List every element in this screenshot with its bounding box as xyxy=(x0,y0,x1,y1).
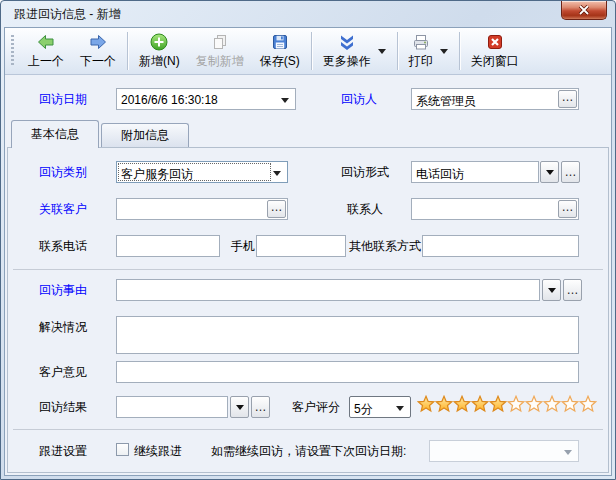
previous-button[interactable]: 上一个 xyxy=(21,30,71,72)
visitor-value: 系统管理员 xyxy=(416,93,476,110)
tab-panel xyxy=(7,147,609,473)
print-button-label: 打印 xyxy=(409,53,433,70)
new-button-label: 新增(N) xyxy=(139,53,180,70)
related-customer-label: 关联客户 xyxy=(39,202,87,216)
copy-icon xyxy=(210,32,230,52)
dialog-window: 跟进回访信息 - 新增 上一个 xyxy=(0,0,616,480)
star-empty-icon[interactable] xyxy=(543,395,561,413)
visit-date-value: 2016/6/6 16:30:18 xyxy=(121,93,218,107)
customer-rating-value: 5分 xyxy=(354,401,373,418)
chevron-down-icon xyxy=(548,288,556,293)
visit-form-dropdown-button[interactable] xyxy=(540,161,559,183)
contact-label: 联系人 xyxy=(347,202,383,216)
chevron-down-icon xyxy=(440,49,448,54)
customer-rating-combo[interactable]: 5分 xyxy=(349,396,411,418)
visit-result-field[interactable] xyxy=(116,396,228,418)
related-customer-lookup-button[interactable]: … xyxy=(267,200,286,218)
other-contact-field[interactable] xyxy=(422,235,579,257)
continue-followup-label: 继续跟进 xyxy=(134,444,182,458)
phone-label: 联系电话 xyxy=(39,239,87,253)
visit-result-lookup-button[interactable]: … xyxy=(251,396,270,418)
related-customer-field[interactable]: … xyxy=(116,198,288,220)
tab-additional-info[interactable]: 附加信息 xyxy=(101,123,189,147)
toolbar-separator xyxy=(459,32,460,70)
save-button-label: 保存(S) xyxy=(260,53,300,70)
visitor-field[interactable]: 系统管理员 … xyxy=(411,88,579,110)
customer-rating-label: 客户评分 xyxy=(292,400,340,414)
previous-button-label: 上一个 xyxy=(28,53,64,70)
save-icon xyxy=(270,32,290,52)
visit-reason-field[interactable] xyxy=(116,279,540,301)
window-title: 跟进回访信息 - 新增 xyxy=(4,6,121,23)
star-filled-icon[interactable] xyxy=(489,395,507,413)
star-rating[interactable] xyxy=(417,395,597,413)
chevron-down-icon xyxy=(236,405,244,410)
more-actions-icon xyxy=(337,32,357,52)
separator xyxy=(13,269,603,270)
contact-lookup-button[interactable]: … xyxy=(558,200,577,218)
continue-followup-checkbox[interactable] xyxy=(116,443,129,456)
star-empty-icon[interactable] xyxy=(579,395,597,413)
more-actions-button[interactable]: 更多操作 xyxy=(316,30,393,72)
more-actions-button-label: 更多操作 xyxy=(323,53,371,70)
visit-date-combo[interactable]: 2016/6/6 16:30:18 xyxy=(116,88,296,110)
titlebar-close-button[interactable] xyxy=(561,1,607,20)
contact-field[interactable]: … xyxy=(411,198,579,220)
visit-category-value: 客户服务回访 xyxy=(121,166,193,183)
next-button[interactable]: 下一个 xyxy=(73,30,123,72)
new-button[interactable]: 新增(N) xyxy=(132,30,187,72)
chevron-down-icon xyxy=(396,406,404,411)
visit-form-field[interactable]: 电话回访 xyxy=(411,161,539,183)
chevron-down-icon xyxy=(281,98,289,103)
close-window-button[interactable]: 关闭窗口 xyxy=(464,30,526,72)
chevron-down-icon xyxy=(546,170,554,175)
visit-form-value: 电话回访 xyxy=(416,166,464,183)
save-button[interactable]: 保存(S) xyxy=(253,30,307,72)
copy-new-button[interactable]: 复制新增 xyxy=(189,30,251,72)
chevron-down-icon xyxy=(273,171,281,176)
star-filled-icon[interactable] xyxy=(417,395,435,413)
visit-result-label: 回访结果 xyxy=(39,400,87,414)
toolbar: 上一个 下一个 新增(N) xyxy=(5,28,611,75)
star-empty-icon[interactable] xyxy=(525,395,543,413)
print-button[interactable]: 打印 xyxy=(402,30,455,72)
toolbar-separator xyxy=(127,32,128,70)
titlebar[interactable]: 跟进回访信息 - 新增 xyxy=(4,1,612,27)
star-empty-icon[interactable] xyxy=(561,395,579,413)
visit-reason-lookup-button[interactable]: … xyxy=(563,279,582,301)
visitor-lookup-button[interactable]: … xyxy=(558,90,577,108)
dialog-body: 上一个 下一个 新增(N) xyxy=(4,27,612,476)
arrow-right-icon xyxy=(88,32,108,52)
next-visit-hint: 如需继续回访，请设置下次回访日期: xyxy=(211,444,406,458)
mobile-field[interactable] xyxy=(256,235,346,257)
next-button-label: 下一个 xyxy=(80,53,116,70)
solution-textarea[interactable] xyxy=(116,316,579,354)
visit-result-dropdown-button[interactable] xyxy=(230,396,249,418)
solution-label: 解决情况 xyxy=(39,320,87,334)
toolbar-grip[interactable] xyxy=(11,35,14,67)
toolbar-separator xyxy=(311,32,312,70)
visit-form-label: 回访形式 xyxy=(341,165,389,179)
customer-opinion-label: 客户意见 xyxy=(39,365,87,379)
visit-category-combo[interactable]: 客户服务回访 xyxy=(116,161,288,183)
star-filled-icon[interactable] xyxy=(435,395,453,413)
mobile-label: 手机 xyxy=(231,239,255,253)
followup-settings-label: 跟进设置 xyxy=(39,444,87,458)
visit-reason-dropdown-button[interactable] xyxy=(542,279,561,301)
copy-new-button-label: 复制新增 xyxy=(196,53,244,70)
tab-basic-info[interactable]: 基本信息 xyxy=(11,120,99,148)
phone-field[interactable] xyxy=(116,235,220,257)
customer-opinion-field[interactable] xyxy=(116,361,579,383)
visitor-label: 回访人 xyxy=(341,92,377,106)
star-filled-icon[interactable] xyxy=(453,395,471,413)
chevron-down-icon xyxy=(378,49,386,54)
next-visit-date-combo xyxy=(429,440,579,462)
star-empty-icon[interactable] xyxy=(507,395,525,413)
add-icon xyxy=(149,32,169,52)
print-icon xyxy=(411,32,431,52)
separator xyxy=(13,429,603,430)
visit-form-lookup-button[interactable]: … xyxy=(561,161,580,183)
star-filled-icon[interactable] xyxy=(471,395,489,413)
visit-reason-label: 回访事由 xyxy=(39,283,87,297)
close-window-button-label: 关闭窗口 xyxy=(471,53,519,70)
